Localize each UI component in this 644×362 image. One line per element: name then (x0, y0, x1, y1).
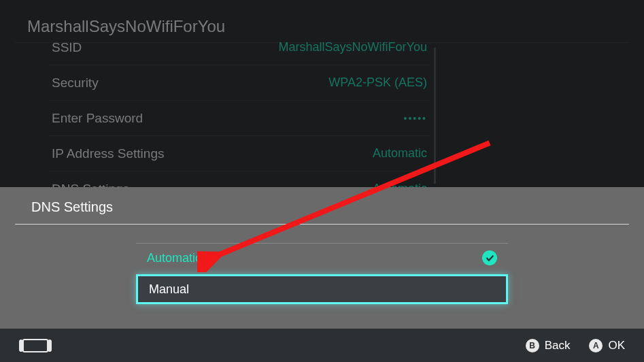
settings-list: SSID MarshallSaysNoWifiForYou Security W… (49, 30, 430, 207)
svg-rect-2 (23, 340, 48, 352)
hint-ok: A OK (589, 339, 625, 352)
svg-rect-4 (48, 340, 52, 352)
row-label: Security (52, 76, 269, 90)
row-value: WPA2-PSK (AES) (269, 76, 427, 90)
option-label: Automatic (147, 251, 201, 265)
settings-row-ip[interactable]: IP Address Settings Automatic (49, 136, 430, 171)
settings-row-password[interactable]: Enter Password ••••• (49, 101, 430, 136)
footer-bar: B Back A OK (0, 328, 644, 362)
row-value: Automatic (269, 146, 427, 161)
scrollbar[interactable] (434, 48, 436, 184)
row-label: IP Address Settings (52, 146, 269, 161)
controller-icon (19, 338, 52, 353)
hint-label: OK (608, 339, 625, 352)
row-value: ••••• (269, 113, 427, 124)
option-automatic[interactable]: Automatic (136, 243, 508, 273)
option-label: Manual (149, 282, 189, 297)
divider (15, 224, 629, 225)
a-button-icon: A (589, 339, 603, 352)
option-manual[interactable]: Manual (136, 274, 508, 304)
dns-settings-modal: DNS Settings Automatic Manual (0, 187, 644, 328)
row-value: MarshallSaysNoWifiForYou (269, 40, 427, 54)
settings-row-ssid[interactable]: SSID MarshallSaysNoWifiForYou (49, 30, 430, 65)
row-label: SSID (52, 40, 269, 55)
checkmark-icon (482, 250, 497, 265)
hint-back: B Back (526, 339, 571, 352)
row-label: Enter Password (52, 111, 269, 126)
hint-label: Back (545, 339, 571, 352)
settings-row-security[interactable]: Security WPA2-PSK (AES) (49, 65, 430, 101)
modal-title: DNS Settings (31, 199, 113, 215)
svg-rect-3 (19, 340, 23, 352)
b-button-icon: B (526, 339, 539, 352)
